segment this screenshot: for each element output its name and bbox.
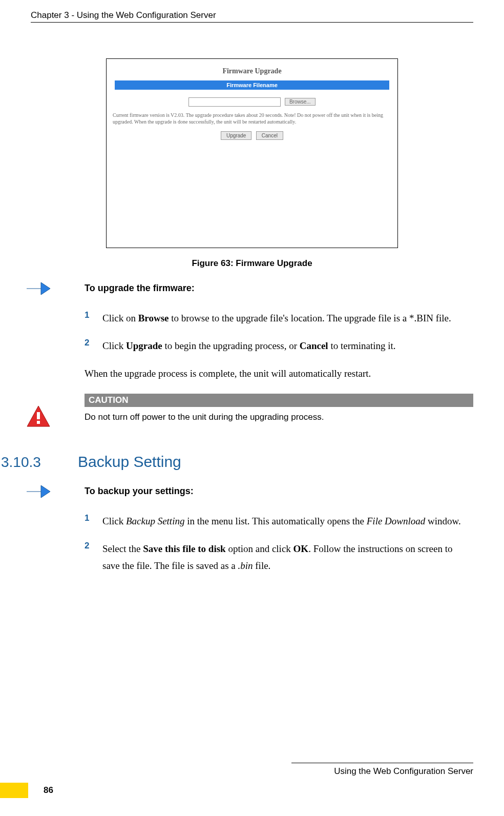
figure-caption: Figure 63: Firmware Upgrade <box>31 258 473 269</box>
footer-text: Using the Web Configuration Server <box>0 766 473 777</box>
page-number: 86 <box>44 785 53 795</box>
step-text: Click on Browse to browse to the upgrade… <box>102 310 468 327</box>
svg-rect-1 <box>37 421 40 424</box>
file-input[interactable] <box>188 97 281 107</box>
caution-header: CAUTION <box>85 394 473 407</box>
page-header: Chapter 3 - Using the Web Configuration … <box>31 10 473 23</box>
caution-text: Do not turn off power to the unit during… <box>85 407 473 422</box>
svg-rect-0 <box>37 412 40 419</box>
step-number: 2 <box>85 338 102 348</box>
section-number: 3.10.3 <box>1 454 62 471</box>
step-1: 1 Click on Browse to browse to the upgra… <box>85 310 468 327</box>
backup-intro: To backup your settings: <box>85 486 468 497</box>
backup-step-2: 2 Select the Save this file to disk opti… <box>85 541 468 574</box>
step-number: 2 <box>85 541 102 551</box>
upgrade-button[interactable]: Upgrade <box>221 131 251 140</box>
page-footer: Using the Web Configuration Server 86 <box>0 763 473 798</box>
arrow-icon <box>26 483 51 501</box>
screenshot-note: Current firmware version is V2.03. The u… <box>111 112 393 125</box>
screenshot-input-row: Browse... <box>111 97 393 107</box>
step-text: Click Upgrade to begin the upgrading pro… <box>102 338 468 354</box>
upgrade-intro: To upgrade the firmware: <box>85 283 468 294</box>
arrow-icon <box>26 280 51 298</box>
upgrade-complete-text: When the upgrade process is complete, th… <box>85 366 468 381</box>
screenshot-title: Firmware Upgrade <box>111 67 393 75</box>
screenshot-bar-label: Firmware Filename <box>115 80 389 90</box>
step-number: 1 <box>85 310 102 320</box>
header-text: Chapter 3 - Using the Web Configuration … <box>31 10 216 20</box>
caution-block: CAUTION Do not turn off power to the uni… <box>85 394 473 422</box>
firmware-screenshot: Firmware Upgrade Firmware Filename Brows… <box>106 58 398 248</box>
browse-button[interactable]: Browse... <box>285 98 316 106</box>
section-title: Backup Setting <box>78 453 181 471</box>
section-heading: 3.10.3 Backup Setting <box>1 453 473 471</box>
backup-step-1: 1 Click Backup Setting in the menu list.… <box>85 513 468 529</box>
yellow-bar <box>0 783 28 798</box>
caution-icon <box>26 405 51 428</box>
step-number: 1 <box>85 513 102 523</box>
step-text: Select the Save this file to disk option… <box>102 541 468 574</box>
step-2: 2 Click Upgrade to begin the upgrading p… <box>85 338 468 354</box>
cancel-button[interactable]: Cancel <box>256 131 283 140</box>
step-text: Click Backup Setting in the menu list. T… <box>102 513 468 529</box>
